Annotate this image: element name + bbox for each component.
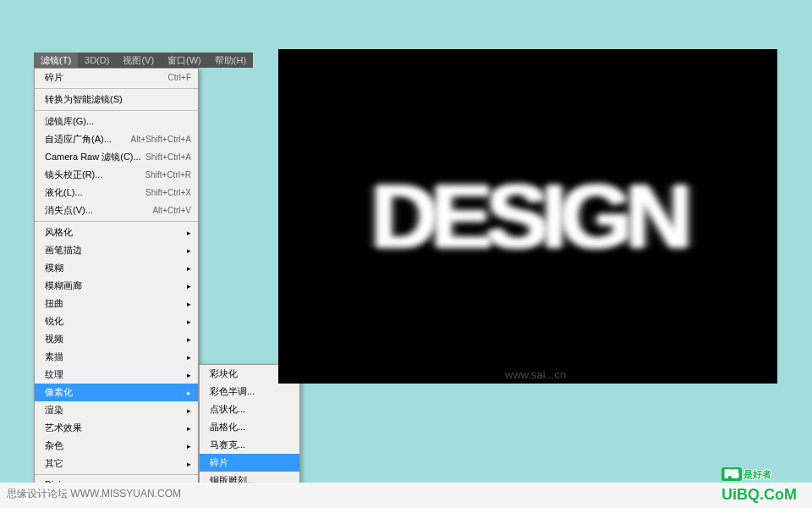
menu-item-camera-raw[interactable]: Camera Raw 滤镜(C)... Shift+Ctrl+A [35,148,198,166]
menu-item-video[interactable]: 视频 ▸ [35,330,198,348]
menu-view[interactable]: 视图(V) [116,52,161,69]
submenu-item-fragment[interactable]: 碎片 [200,454,299,472]
menu-shortcut: Shift+Ctrl+R [145,170,191,179]
menu-label: 模糊 [45,262,63,274]
haozhe-text: 是好者 [743,469,771,479]
domain-text: UiBQ.CoM [721,486,797,503]
menu-label: Camera Raw 滤镜(C)... [45,151,141,163]
watermark-right: PS是好者 UiBQ.CoM [721,468,797,504]
menu-shortcut: Shift+Ctrl+A [145,152,191,162]
menu-label: 点状化... [210,403,245,416]
menu-item-sharpen[interactable]: 锐化 ▸ [35,312,198,330]
menu-item-other[interactable]: 其它 ▸ [35,455,198,472]
menu-item-brush-strokes[interactable]: 画笔描边 ▸ [35,241,198,259]
menu-label: 彩块化 [210,367,238,380]
menu-3d[interactable]: 3D(D) [78,53,116,67]
menu-item-adaptive-wide-angle[interactable]: 自适应广角(A)... Alt+Shift+Ctrl+A [35,130,198,148]
menu-item-liquify[interactable]: 液化(L)... Shift+Ctrl+X [35,184,198,202]
menu-item-blur[interactable]: 模糊 ▸ [35,259,198,277]
submenu-arrow-icon: ▸ [174,389,191,397]
menu-label: 像素化 [45,386,73,399]
menu-item-noise[interactable]: 杂色 ▸ [35,437,198,455]
menu-label: 渲染 [45,404,63,417]
menu-label: 转换为智能滤镜(S) [45,93,123,106]
submenu-arrow-icon: ▸ [174,282,191,290]
menu-label: 彩色半调... [210,385,255,398]
menu-item-stylize[interactable]: 风格化 ▸ [35,224,198,241]
submenu-arrow-icon: ▸ [174,406,191,415]
menu-filter[interactable]: 滤镜(T) [34,52,78,69]
submenu-arrow-icon: ▸ [174,229,191,237]
submenu-arrow-icon: ▸ [174,371,191,379]
submenu-arrow-icon: ▸ [174,460,191,468]
submenu-arrow-icon: ▸ [174,264,191,273]
menu-window[interactable]: 窗口(W) [161,52,208,69]
menu-item-distort[interactable]: 扭曲 ▸ [35,295,198,312]
menu-label: 消失点(V)... [45,204,93,217]
submenu-item-mosaic[interactable]: 马赛克... [200,436,299,454]
watermark-left: 思缘设计论坛 WWW.MISSYUAN.COM [7,487,181,501]
submenu-arrow-icon: ▸ [174,318,191,326]
menu-label: 视频 [45,333,63,345]
menubar: 滤镜(T) 3D(D) 视图(V) 窗口(W) 帮助(H) [34,52,253,68]
menu-shortcut: Alt+Ctrl+V [152,206,191,215]
submenu-item-crystallize[interactable]: 晶格化... [200,418,299,436]
menu-help[interactable]: 帮助(H) [208,52,253,69]
menu-item-filter-gallery[interactable]: 滤镜库(G)... [35,113,198,130]
filter-dropdown: 碎片 Ctrl+F 转换为智能滤镜(S) 滤镜库(G)... 自适应广角(A).… [34,68,199,493]
menu-label: 其它 [45,457,63,470]
preview-text: DESIGN [370,166,685,268]
menu-item-blur-gallery[interactable]: 模糊画廊 ▸ [35,277,198,295]
menu-item-render[interactable]: 渲染 ▸ [35,401,198,419]
menu-label: 晶格化... [210,421,245,433]
menu-item-pixelate[interactable]: 像素化 ▸ [35,384,198,401]
separator [35,110,198,111]
separator [35,221,198,222]
menu-label: 艺术效果 [45,422,82,434]
menu-shortcut: Alt+Shift+Ctrl+A [131,135,191,144]
submenu-arrow-icon: ▸ [174,424,191,433]
menu-label: 自适应广角(A)... [45,133,112,146]
submenu-arrow-icon: ▸ [174,442,191,450]
menu-label: 素描 [45,351,63,363]
menu-label: 碎片 [45,71,63,84]
menu-item-sketch[interactable]: 素描 ▸ [35,348,198,366]
menu-shortcut: Ctrl+F [168,73,192,82]
submenu-arrow-icon: ▸ [174,300,191,308]
menu-label: 镜头校正(R)... [45,168,102,181]
menu-label: 杂色 [45,439,63,452]
submenu-item-color-halftone[interactable]: 彩色半调... [200,383,299,400]
menu-label: 扭曲 [45,297,63,310]
menu-label: 马赛克... [210,439,245,451]
menu-label: 碎片 [210,456,228,469]
menu-label: 画笔描边 [45,244,82,257]
menu-item-vanishing-point[interactable]: 消失点(V)... Alt+Ctrl+V [35,202,198,219]
menu-label: 液化(L)... [45,186,83,199]
separator [35,474,198,475]
submenu-item-pointillize[interactable]: 点状化... [200,400,299,418]
menu-label: 风格化 [45,226,73,239]
menu-label: 滤镜库(G)... [45,115,94,128]
preview-canvas: DESIGN [278,49,777,384]
submenu-arrow-icon: ▸ [174,335,191,344]
ps-badge: PS [721,467,742,481]
menu-item-texture[interactable]: 纹理 ▸ [35,366,198,384]
submenu-arrow-icon: ▸ [174,246,191,255]
menu-label: 锐化 [45,315,63,328]
menu-shortcut: Shift+Ctrl+X [145,188,191,197]
menu-item-smart-filter[interactable]: 转换为智能滤镜(S) [35,91,198,108]
separator [35,88,198,89]
menu-item-lens-correction[interactable]: 镜头校正(R)... Shift+Ctrl+R [35,166,198,184]
menu-label: 纹理 [45,368,63,381]
menu-item-artistic[interactable]: 艺术效果 ▸ [35,419,198,437]
submenu-arrow-icon: ▸ [174,353,191,362]
menu-label: 模糊画廊 [45,279,82,292]
menu-item-last-filter[interactable]: 碎片 Ctrl+F [35,69,198,86]
